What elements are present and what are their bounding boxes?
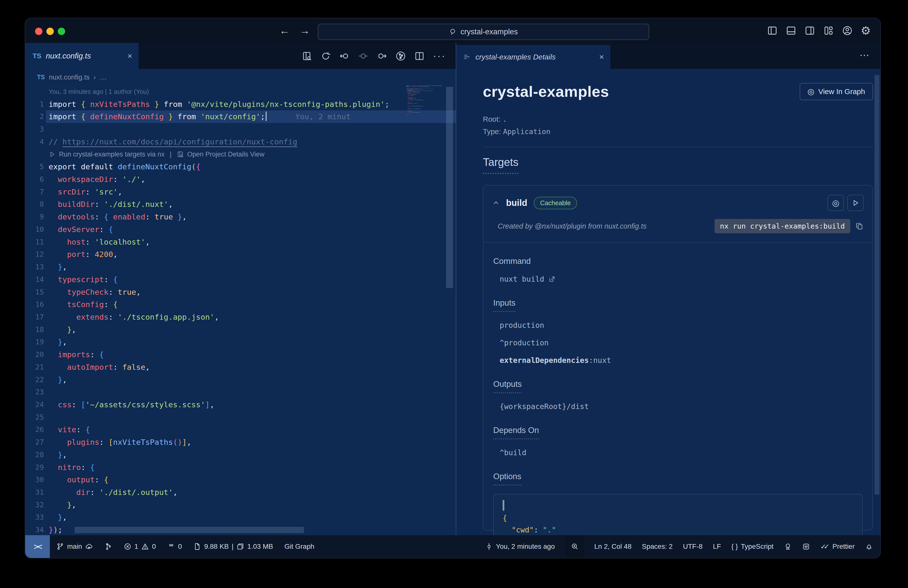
refresh-icon[interactable] [320,51,331,61]
radio-tower-icon [167,543,175,551]
next-change-icon[interactable] [377,51,387,61]
code-line[interactable]: 34}); [25,524,456,536]
view-target-in-graph-button[interactable]: ◎ [828,195,844,211]
open-project-details-icon[interactable] [302,51,312,61]
zoom-in-icon [571,543,579,551]
code-line[interactable]: 6 workspaceDir: './', [25,173,456,185]
code-editor[interactable]: You, 3 minutes ago | 1 author (You)1impo… [25,85,456,536]
git-branch-status[interactable]: main [56,543,93,551]
ports-status[interactable]: 0 [167,543,182,551]
target-name[interactable]: build [506,198,527,208]
file-history-icon[interactable] [396,51,406,61]
code-line[interactable]: 5export default defineNuxtConfig({ [25,161,456,173]
notifications-bell-icon[interactable] [865,543,873,551]
code-line[interactable]: 25 [25,411,456,424]
code-line[interactable]: 10 devServer: { [25,223,456,236]
code-line[interactable]: 27 plugins: [nxViteTsPaths()], [25,436,456,448]
breadcrumb[interactable]: TS nuxt.config.ts › … [25,69,456,85]
previous-change-icon[interactable] [339,51,349,61]
problems-status[interactable]: 1 0 [124,543,156,551]
codelens-run-link[interactable]: Run crystal-examples targets via nx [59,148,164,161]
code-line[interactable]: 4// https://nuxt.com/docs/api/configurat… [25,135,456,148]
code-line[interactable]: 14 typescript: { [25,273,456,286]
code-line[interactable]: 21 autoImport: false, [25,361,456,374]
breadcrumb-file[interactable]: nuxt.config.ts [49,73,90,81]
copy-icon[interactable] [855,222,864,230]
code-line[interactable]: 15 typeCheck: true, [25,286,456,298]
toggle-primary-sidebar-icon[interactable] [767,25,778,36]
code-line[interactable]: 11 host: 'localhost', [25,236,456,248]
collapse-chevron-icon[interactable] [492,199,500,206]
code-line[interactable]: 12 port: 4200, [25,248,456,261]
window-minimize-button[interactable] [47,27,54,35]
code-line[interactable]: 3 [25,123,456,135]
code-line[interactable]: 18 }, [25,323,456,336]
view-in-graph-button[interactable]: ◎ View In Graph [800,83,873,100]
extension-status-icon[interactable] [802,543,810,551]
command-center-search[interactable]: crystal-examples [318,24,649,40]
git-commit-icon [485,543,493,551]
code-line[interactable]: 20 imports: { [25,348,456,361]
blame-status[interactable]: You, 2 minutes ago [485,543,555,551]
code-line[interactable]: 7 srcDir: 'src', [25,185,456,198]
git-graph-icon [105,543,112,551]
file-size-status[interactable]: 9.88 KB | 1.03 MB [193,543,273,551]
codelens-row[interactable]: Run crystal-examples targets via nx | Op… [25,148,456,161]
code-line[interactable]: 22 }, [25,374,456,386]
remote-indicator-button[interactable]: >< [25,535,50,558]
git-graph-button[interactable] [105,543,112,551]
code-line[interactable]: 30 output: { [25,474,456,486]
toggle-secondary-sidebar-icon[interactable] [804,25,815,36]
code-line[interactable]: 32 }, [25,499,456,511]
code-line[interactable]: 1import { nxViteTsPaths } from '@nx/vite… [25,98,456,111]
codelens-open-details-link[interactable]: Open Project Details View [187,148,264,161]
window-close-button[interactable] [35,27,42,35]
code-line[interactable]: 17 extends: './tsconfig.app.json', [25,311,456,323]
customize-layout-icon[interactable] [823,25,834,36]
code-line[interactable]: 2import { defineNuxtConfig } from 'nuxt/… [25,110,456,123]
gitlens-status-icon[interactable] [784,543,792,551]
run-target-button[interactable] [847,195,864,211]
nx-run-command-chip[interactable]: nx run crystal-examples:build [715,219,850,233]
editor-panel-divider[interactable] [456,43,456,535]
code-line[interactable]: 19 }, [25,336,456,348]
tab-project-details[interactable]: crystal-examples Details × [456,45,610,69]
prettier-status[interactable]: ✓✓ Prettier [820,543,855,551]
navigate-forward-button[interactable]: → [299,24,310,37]
editor-toolbar: ··· [302,43,446,69]
code-line[interactable]: 16 tsConfig: { [25,298,456,311]
tab-close-icon[interactable]: × [127,51,132,61]
toggle-panel-icon[interactable] [786,25,797,36]
code-line[interactable]: 24 css: ['~/assets/css/styles.scss'], [25,398,456,411]
language-status[interactable]: { } TypeScript [731,543,774,551]
split-editor-icon[interactable] [414,51,425,61]
panel-more-actions-icon[interactable]: ⋯ [860,49,870,61]
git-graph-label-button[interactable]: Git Graph [285,543,314,551]
code-line[interactable]: 31 dir: './dist/.output', [25,486,456,499]
code-line[interactable]: 29 nitro: { [25,461,456,474]
code-line[interactable]: 13 }, [25,261,456,273]
zoom-status[interactable] [565,535,584,558]
window-zoom-button[interactable] [58,27,65,35]
code-line[interactable]: 26 vite: { [25,423,456,436]
tab-nuxt-config[interactable]: TS nuxt.config.ts × [25,43,138,69]
breadcrumb-more[interactable]: … [100,73,106,81]
code-line[interactable]: 8 buildDir: './dist/.nuxt', [25,198,456,211]
tab-close-icon[interactable]: × [599,52,604,62]
editor-more-actions-icon[interactable]: ··· [433,50,446,61]
cursor-position-status[interactable]: Ln 2, Col 48 [594,543,632,551]
encoding-status[interactable]: UTF-8 [683,543,702,551]
options-json-editor[interactable]: { "cwd": "." } [493,494,863,536]
code-line[interactable]: 33 }, [25,511,456,524]
code-line[interactable]: 9 devtools: { enabled: true }, [25,211,456,223]
navigate-back-button[interactable]: ← [279,24,290,37]
account-icon[interactable] [842,25,853,36]
settings-gear-icon[interactable]: ⚙ [861,25,871,36]
external-link-icon[interactable] [548,275,555,283]
code-line[interactable]: 28 }, [25,448,456,461]
panel-scrollbar[interactable] [874,75,879,495]
eol-status[interactable]: LF [713,543,721,551]
indentation-status[interactable]: Spaces: 2 [642,543,673,551]
blame-row[interactable]: You, 3 minutes ago | 1 author (You) [25,85,456,98]
code-line[interactable]: 23 [25,386,456,398]
